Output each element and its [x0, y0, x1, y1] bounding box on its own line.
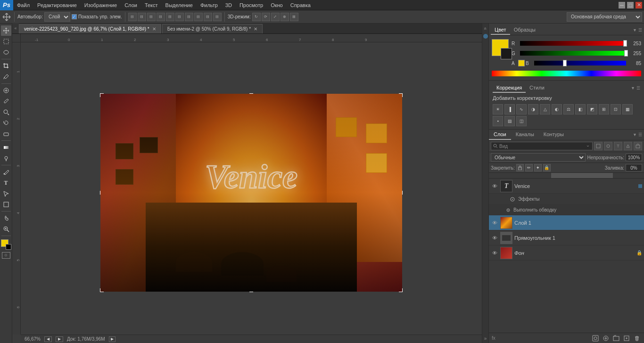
bw-icon[interactable]: ◧: [575, 104, 586, 114]
color-spectrum[interactable]: [492, 71, 641, 76]
layer-eye-venice[interactable]: 👁: [491, 182, 498, 190]
tab-close-venice[interactable]: ✕: [152, 26, 156, 32]
posterize-icon[interactable]: ▦: [622, 104, 633, 114]
brightness-icon[interactable]: ☀: [493, 104, 503, 114]
vibrance-icon[interactable]: △: [540, 104, 550, 114]
menu-edit[interactable]: Редактирование: [33, 0, 81, 10]
menu-image[interactable]: Изображение: [81, 0, 121, 10]
exposure-icon[interactable]: ◑: [528, 104, 538, 114]
menu-file[interactable]: Файл: [13, 0, 33, 10]
smart-obj-filter-btn[interactable]: [634, 142, 642, 150]
distribute2-h-icon[interactable]: ⊟: [204, 13, 212, 21]
lock-position-btn[interactable]: ✦: [534, 164, 542, 172]
tab-swatches[interactable]: Образцы: [510, 25, 539, 35]
corr-panel-collapse[interactable]: ▼: [631, 86, 635, 90]
menu-select[interactable]: Выделение: [162, 0, 197, 10]
zoom-nav-right[interactable]: ▶: [56, 336, 63, 342]
window-restore[interactable]: □: [627, 2, 634, 8]
fill-input[interactable]: [626, 164, 642, 172]
tab-paths[interactable]: Контуры: [539, 130, 569, 140]
distribute2-v-icon[interactable]: ⊟: [213, 13, 222, 21]
align-bottom-icon[interactable]: ⊟: [175, 13, 184, 21]
heal-tool[interactable]: [1, 85, 11, 96]
lock-all-btn[interactable]: 🔒: [543, 164, 551, 172]
hue-sat-icon[interactable]: ◐: [552, 104, 562, 114]
menu-view[interactable]: Просмотр: [236, 0, 267, 10]
3d-pan-icon[interactable]: ⤢: [271, 13, 280, 21]
add-group-btn[interactable]: [612, 334, 620, 343]
tab-styles[interactable]: Стили: [526, 83, 548, 93]
menu-layer[interactable]: Слои: [121, 0, 141, 10]
tab-color[interactable]: Цвет: [491, 25, 510, 35]
window-close[interactable]: ✕: [636, 2, 642, 8]
photo-filter-icon[interactable]: ◩: [587, 104, 597, 114]
crop-tool[interactable]: [1, 61, 11, 71]
lock-transparent-btn[interactable]: [516, 164, 524, 172]
scroll-thumb[interactable]: [551, 173, 613, 178]
add-mask-btn[interactable]: [591, 334, 600, 343]
align-top-icon[interactable]: ⊟: [157, 13, 165, 21]
layer-1[interactable]: 👁 Слой 1: [489, 215, 644, 230]
channel-mix-icon[interactable]: ⊞: [599, 104, 609, 114]
threshold-icon[interactable]: ▪: [493, 116, 503, 126]
tab-venice[interactable]: venice-2225423_960_720.jpg @ 66,7% (Слой…: [19, 24, 161, 33]
red-thumb[interactable]: [623, 40, 627, 47]
3d-scale-icon[interactable]: ⊞: [290, 13, 298, 21]
background-swatch[interactable]: [501, 48, 512, 59]
layer-eye-fon[interactable]: 👁: [491, 249, 498, 257]
menu-help[interactable]: Справка: [287, 0, 314, 10]
3d-roll-icon[interactable]: ⟳: [262, 13, 270, 21]
filter-dropdown-icon[interactable]: [586, 144, 590, 148]
shape-filter-btn[interactable]: [624, 142, 632, 150]
tab-channels[interactable]: Каналы: [511, 130, 539, 140]
shape-tool[interactable]: [1, 199, 11, 210]
delete-layer-btn[interactable]: [633, 334, 641, 343]
tab-close-unnamed[interactable]: ✕: [254, 26, 257, 32]
pen-tool[interactable]: [1, 167, 11, 177]
statusbar-arrow[interactable]: ▶: [109, 336, 116, 342]
layer-eye-1[interactable]: 👁: [491, 219, 498, 227]
window-minimize[interactable]: ─: [619, 2, 625, 8]
layers-search[interactable]: Вид: [491, 142, 593, 150]
gradient-tool[interactable]: [1, 142, 11, 153]
brush-tool[interactable]: [1, 96, 11, 106]
path-selection-tool[interactable]: [1, 188, 11, 199]
blue-slider[interactable]: [534, 61, 626, 65]
align-center-icon[interactable]: ⊟: [138, 13, 146, 21]
corr-panel-menu[interactable]: ☰: [636, 86, 640, 90]
type-filter-btn[interactable]: T: [614, 142, 622, 150]
distribute-v-icon[interactable]: ⊟: [194, 13, 203, 21]
align-left-icon[interactable]: ⊟: [128, 13, 137, 21]
green-slider[interactable]: [520, 51, 626, 56]
gradient-map-icon[interactable]: ▤: [504, 116, 515, 126]
foreground-swatch[interactable]: [492, 39, 509, 56]
align-right-icon[interactable]: ⊟: [147, 13, 156, 21]
menu-filter[interactable]: Фильтр: [197, 0, 222, 10]
workspace-select[interactable]: Основная рабочая среда: [567, 12, 642, 22]
3d-slide-icon[interactable]: ⊕: [281, 13, 289, 21]
layer-eye-rect[interactable]: 👁: [491, 234, 498, 242]
selective-color-icon[interactable]: ◫: [516, 116, 527, 126]
clone-tool[interactable]: [1, 107, 11, 117]
hand-tool[interactable]: [1, 213, 11, 223]
red-slider[interactable]: [520, 41, 626, 46]
zoom-nav-left[interactable]: ◀: [44, 336, 52, 342]
layer-rect[interactable]: 👁 Прямоугольник 1: [489, 230, 644, 245]
canvas-image-wrapper[interactable]: Venice: [100, 94, 402, 292]
pixel-filter-btn[interactable]: [594, 142, 603, 150]
autoselect-select[interactable]: Слой: [44, 12, 70, 22]
tab-correction[interactable]: Коррекция: [493, 83, 526, 93]
quickmask-tool[interactable]: ⊙: [2, 252, 10, 259]
invert-icon[interactable]: ⊡: [611, 104, 621, 114]
menu-3d[interactable]: 3D: [222, 0, 236, 10]
menu-text[interactable]: Текст: [141, 0, 162, 10]
history-tool[interactable]: [1, 118, 11, 128]
distribute-h-icon[interactable]: ⊟: [185, 13, 193, 21]
move-tool[interactable]: [1, 25, 11, 36]
select-tool[interactable]: [1, 36, 11, 47]
blend-mode-select[interactable]: Обычные: [491, 153, 586, 162]
canvas-content[interactable]: Venice: [21, 42, 482, 343]
add-adjustment-btn[interactable]: [602, 334, 610, 343]
color-balance-icon[interactable]: ⚖: [563, 104, 574, 114]
green-thumb[interactable]: [624, 50, 628, 57]
